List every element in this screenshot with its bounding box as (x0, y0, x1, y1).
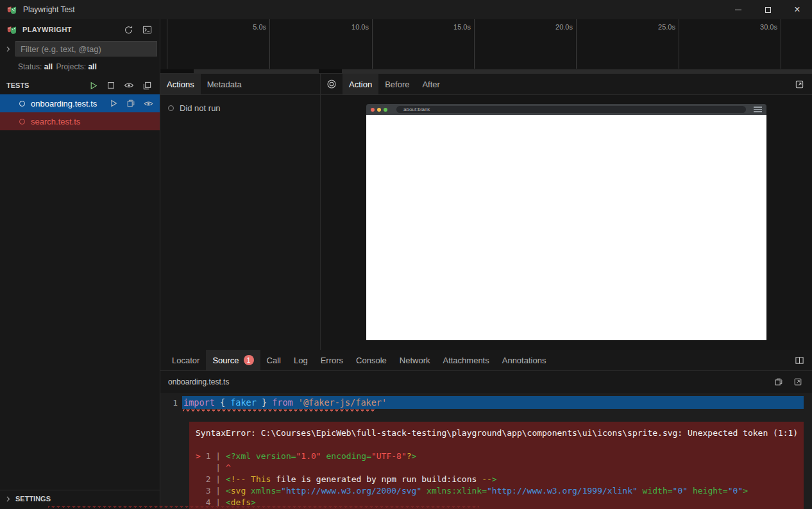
tab-network[interactable]: Network (393, 350, 437, 370)
source-filename: onboarding.test.ts (168, 377, 229, 386)
timeline-lane-segment (319, 69, 342, 73)
tab-before[interactable]: Before (378, 74, 416, 94)
traffic-light-zoom-icon (384, 108, 387, 112)
main-area: 5.0s 10.0s 15.0s 20.0s 25.0s 30.0s Actio… (160, 19, 812, 509)
tab-metadata[interactable]: Metadata (201, 74, 248, 94)
window-controls: × (723, 0, 812, 19)
error-frame-line-2: 2 | <!-- This file is generated by npm r… (196, 474, 797, 485)
timeline-tick: 5.0s (253, 23, 269, 31)
error-frame-line-1: > 1 | <?xml version="1.0" encoding="UTF-… (196, 451, 797, 462)
open-snapshot-external-button[interactable] (793, 78, 806, 91)
playwright-test-window: Playwright Test × PLAYWRIGHT (0, 0, 812, 509)
settings-label: SETTINGS (15, 495, 51, 503)
source-code-line-1: 1 import { faker } from '@faker-js/faker… (160, 396, 812, 409)
terminal-button[interactable] (140, 23, 153, 36)
split-view-button[interactable] (793, 354, 806, 367)
minimize-icon (735, 10, 741, 10)
traffic-light-minimize-icon (377, 108, 381, 112)
test-file-name: search.test.ts (31, 117, 80, 126)
maximize-icon (765, 7, 771, 13)
run-all-button[interactable] (87, 79, 99, 92)
sidebar-title: PLAYWRIGHT (22, 26, 72, 33)
filter-status-line[interactable]: Status: all Projects: all (0, 58, 160, 74)
watch-test-button[interactable] (142, 97, 155, 110)
timeline-gridline (474, 19, 475, 69)
test-file-row-search[interactable]: search.test.ts (0, 112, 160, 130)
window-title: Playwright Test (23, 5, 74, 14)
timeline-tick: 15.0s (453, 23, 473, 31)
settings-chevron-icon (0, 495, 15, 503)
did-not-run-circle-icon (168, 105, 174, 111)
browser-menu-icon (754, 107, 762, 112)
filter-chevron-icon[interactable] (0, 45, 15, 53)
status-value: all (44, 62, 53, 71)
stop-button[interactable] (105, 79, 117, 92)
reload-tests-button[interactable] (122, 23, 135, 36)
filter-input[interactable] (15, 41, 157, 56)
traffic-light-close-icon (371, 108, 375, 112)
minimize-button[interactable] (723, 0, 753, 19)
test-status-circle-icon (19, 119, 25, 125)
error-frame-caret-line: | ^ (196, 462, 797, 474)
timeline-lane-segment (160, 69, 194, 73)
code-line-content: import { faker } from '@faker-js/faker' (182, 396, 804, 409)
collapse-all-button[interactable] (140, 79, 153, 92)
copy-source-button[interactable] (772, 375, 785, 388)
close-icon: × (794, 4, 800, 15)
error-squiggle-underline (183, 410, 375, 412)
playwright-masks-icon (6, 24, 17, 35)
sidebar: PLAYWRIGHT Status: all Projects: all (0, 19, 160, 509)
syntax-error-box: SyntaxError: C:\Courses\EpicWeb\full-sta… (189, 422, 804, 509)
tab-errors[interactable]: Errors (314, 350, 350, 370)
close-button[interactable]: × (782, 0, 812, 19)
tab-after[interactable]: After (416, 74, 446, 94)
timeline-gridline (372, 19, 373, 69)
playwright-logo-icon (6, 4, 17, 15)
error-message: SyntaxError: C:\Courses\EpicWeb\full-sta… (196, 427, 797, 439)
projects-value: all (88, 62, 96, 71)
blank-page (366, 115, 766, 340)
settings-section-header[interactable]: SETTINGS (0, 490, 160, 507)
browser-snapshot: about:blank (366, 104, 766, 340)
tab-actions[interactable]: Actions (160, 74, 201, 94)
bottom-zigzag-artifact (48, 506, 479, 509)
source-error-badge: 1 (244, 355, 254, 365)
actions-empty-state: Did not run (160, 95, 320, 121)
timeline-gridline (167, 19, 167, 69)
source-code-view[interactable]: 1 import { faker } from '@faker-js/faker… (160, 393, 812, 509)
did-not-run-label: Did not run (180, 103, 221, 113)
pick-locator-button[interactable] (321, 74, 343, 94)
run-test-button[interactable] (107, 97, 120, 110)
line-number: 1 (160, 398, 182, 408)
tab-log[interactable]: Log (287, 350, 314, 370)
tab-annotations[interactable]: Annotations (496, 350, 553, 370)
tab-attachments[interactable]: Attachments (436, 350, 495, 370)
snapshot-pane: Action Before After (321, 74, 812, 350)
timeline[interactable]: 5.0s 10.0s 15.0s 20.0s 25.0s 30.0s (160, 19, 812, 74)
filter-row (0, 40, 160, 58)
test-file-row-onboarding[interactable]: onboarding.test.ts (0, 94, 160, 112)
timeline-lane-strip (160, 69, 812, 73)
timeline-tick: 25.0s (658, 23, 678, 31)
snapshot-area: about:blank (321, 95, 812, 350)
status-label: Status: (18, 62, 42, 71)
tab-source[interactable]: Source 1 (206, 350, 260, 370)
timeline-tick: 10.0s (351, 23, 371, 31)
watch-all-button[interactable] (123, 79, 135, 92)
timeline-gridline (781, 19, 781, 69)
tab-locator[interactable]: Locator (165, 350, 206, 370)
maximize-button[interactable] (753, 0, 782, 19)
tab-console[interactable]: Console (350, 350, 393, 370)
sidebar-header: PLAYWRIGHT (0, 19, 160, 40)
tab-call[interactable]: Call (260, 350, 287, 370)
show-source-button[interactable] (124, 97, 137, 110)
tests-label: TESTS (6, 82, 29, 89)
page-url: about:blank (403, 107, 430, 112)
tab-source-label: Source (212, 356, 239, 365)
open-source-external-button[interactable] (791, 375, 804, 388)
test-status-circle-icon (19, 101, 25, 107)
timeline-gridline (576, 19, 577, 69)
projects-label: Projects: (56, 62, 86, 71)
timeline-gridline (269, 19, 270, 69)
tab-action[interactable]: Action (343, 74, 378, 94)
